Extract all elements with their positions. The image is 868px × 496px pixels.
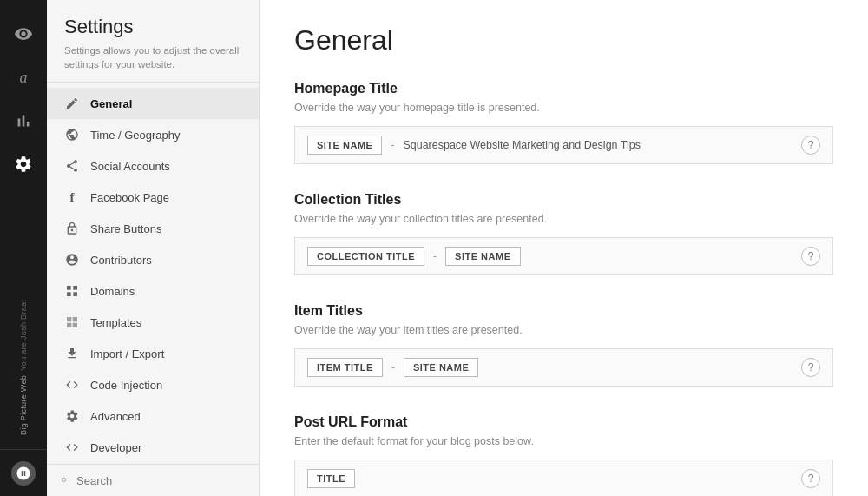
collection-titles-heading: Collection Titles <box>294 192 833 208</box>
settings-nav: General Time / Geography Social Accounts… <box>47 83 259 464</box>
svg-rect-1 <box>73 286 77 290</box>
site-name-chip-2[interactable]: SITE NAME <box>445 247 520 266</box>
globe-icon <box>64 127 80 142</box>
homepage-title-help-button[interactable]: ? <box>801 136 820 155</box>
text-icon[interactable]: a <box>0 56 47 99</box>
collection-titles-help-button[interactable]: ? <box>801 247 820 266</box>
title-chip[interactable]: TITLE <box>307 469 355 488</box>
settings-title: Settings <box>64 16 241 38</box>
import-icon <box>64 346 80 361</box>
homepage-title-desc: Override the way your homepage title is … <box>294 102 833 114</box>
sidebar-item-developer-label: Developer <box>90 441 141 454</box>
developer-icon <box>64 440 80 455</box>
sidebar-item-social-accounts[interactable]: Social Accounts <box>47 150 259 182</box>
pen-icon <box>64 96 80 111</box>
sidebar-item-general-label: General <box>90 97 132 110</box>
sidebar-item-import-export[interactable]: Import / Export <box>47 338 259 369</box>
svg-rect-2 <box>73 293 77 297</box>
post-url-format-desc: Enter the default format for your blog p… <box>294 435 833 447</box>
sidebar-item-advanced-label: Advanced <box>90 410 141 423</box>
main-content: General Homepage Title Override the way … <box>260 0 868 496</box>
eye-icon[interactable] <box>0 12 47 56</box>
sidebar-item-time-geography-label: Time / Geography <box>90 129 181 142</box>
separator-3: - <box>388 361 398 374</box>
post-url-help-button[interactable]: ? <box>801 469 820 488</box>
settings-sidebar: Settings Settings allows you to adjust t… <box>47 0 260 496</box>
sidebar-item-general[interactable]: General <box>47 88 259 119</box>
sidebar-item-facebook-page-label: Facebook Page <box>90 191 169 204</box>
site-title-text: Squarespace Website Marketing and Design… <box>403 139 641 151</box>
svg-rect-0 <box>67 286 71 290</box>
sidebar-item-domains-label: Domains <box>90 285 135 298</box>
search-icon: ⚬ <box>59 473 69 487</box>
homepage-title-heading: Homepage Title <box>294 81 833 96</box>
settings-header: Settings Settings allows you to adjust t… <box>47 0 259 83</box>
sidebar-item-time-geography[interactable]: Time / Geography <box>47 119 259 150</box>
sidebar-item-facebook-page[interactable]: f Facebook Page <box>47 182 259 213</box>
sidebar-item-import-export-label: Import / Export <box>90 347 164 360</box>
gear-icon[interactable] <box>0 142 47 186</box>
code-icon <box>64 377 80 393</box>
search-input[interactable] <box>76 474 247 487</box>
sidebar-item-share-buttons-label: Share Buttons <box>90 222 161 235</box>
item-title-chip[interactable]: ITEM TITLE <box>307 358 383 377</box>
sidebar-item-contributors[interactable]: Contributors <box>47 244 259 275</box>
domains-icon <box>64 283 80 299</box>
post-url-format-row: TITLE ? <box>294 460 833 496</box>
item-titles-heading: Item Titles <box>294 303 833 319</box>
sidebar-item-contributors-label: Contributors <box>90 254 152 267</box>
share-icon <box>64 221 80 236</box>
separator-2: - <box>430 250 440 262</box>
sidebar-item-social-accounts-label: Social Accounts <box>90 160 170 173</box>
item-titles-desc: Override the way your item titles are pr… <box>294 324 833 336</box>
user-label: You are Josh Braat <box>19 300 28 371</box>
collection-titles-format-row: COLLECTION TITLE - SITE NAME ? <box>294 237 833 275</box>
sidebar-item-templates[interactable]: Templates <box>47 307 259 338</box>
post-url-format-heading: Post URL Format <box>294 414 833 430</box>
sidebar-item-templates-label: Templates <box>90 316 141 329</box>
collection-titles-section: Collection Titles Override the way your … <box>294 192 833 275</box>
search-container: ⚬ <box>47 464 259 496</box>
collection-titles-desc: Override the way your collection titles … <box>294 213 833 225</box>
templates-icon <box>64 314 80 330</box>
site-name-chip-3[interactable]: SITE NAME <box>404 358 478 377</box>
chart-icon[interactable] <box>0 99 47 142</box>
contributors-icon <box>64 252 80 268</box>
collection-title-chip[interactable]: COLLECTION TITLE <box>307 247 424 266</box>
brand-label: Big Picture Web <box>19 375 28 435</box>
item-titles-section: Item Titles Override the way your item t… <box>294 303 833 387</box>
sidebar-item-domains[interactable]: Domains <box>47 275 259 307</box>
post-url-format-section: Post URL Format Enter the default format… <box>294 414 833 496</box>
social-icon <box>64 158 80 174</box>
homepage-title-section: Homepage Title Override the way your hom… <box>294 81 833 164</box>
sidebar-item-advanced[interactable]: Advanced <box>47 400 259 432</box>
homepage-title-format-row: SITE NAME - Squarespace Website Marketin… <box>294 126 833 164</box>
icon-bar: a You are Josh Braat Big Picture Web <box>0 0 47 496</box>
item-titles-help-button[interactable]: ? <box>801 358 820 377</box>
advanced-icon <box>64 408 80 424</box>
settings-description: Settings allows you to adjust the overal… <box>64 43 241 71</box>
site-name-chip[interactable]: SITE NAME <box>307 136 382 155</box>
sidebar-item-code-injection[interactable]: Code Injection <box>47 369 259 400</box>
sidebar-item-share-buttons[interactable]: Share Buttons <box>47 213 259 244</box>
sidebar-item-developer[interactable]: Developer <box>47 432 259 463</box>
sidebar-item-code-injection-label: Code Injection <box>90 379 162 392</box>
item-titles-format-row: ITEM TITLE - SITE NAME ? <box>294 348 833 387</box>
separator-1: - <box>387 139 398 151</box>
page-title: General <box>294 24 833 56</box>
squarespace-logo[interactable] <box>0 449 47 496</box>
facebook-icon: f <box>64 189 80 205</box>
svg-rect-3 <box>67 293 71 297</box>
